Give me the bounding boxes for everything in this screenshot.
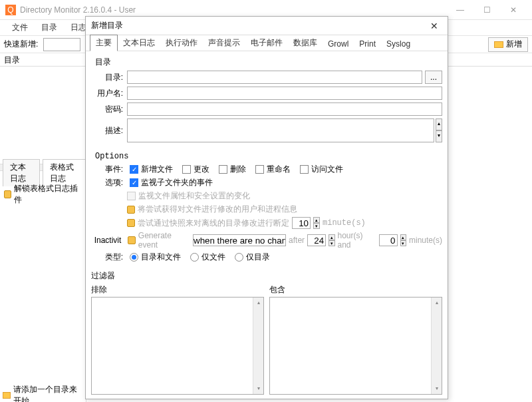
filter-include-label: 包含 [269,284,442,296]
tab-actions[interactable]: 执行动作 [160,35,203,51]
directory-list-pane: 目录 文本日志 表格式日志 解锁表格式日志插件 请添加一个目录来开始 [0,53,86,402]
app-logo-icon: Q [5,5,16,15]
lock-icon [127,219,135,227]
spin-down[interactable]: ▾ [400,240,406,246]
label-events: 事件: [91,164,123,175]
checkbox-access-label: 访问文件 [311,164,343,175]
dialog-title: 新增目录 [91,20,123,31]
lock-icon [127,206,135,214]
checkbox-attributes-label: 监视文件属性和安全设置的变化 [138,190,250,202]
snapshot-unit-label: minute(s) [323,218,366,228]
window-title: Directory Monitor 2.16.0.4 - User [20,5,136,15]
desc-spin-up[interactable]: ▴ [436,118,442,130]
inactivity-after-label: after [289,236,305,245]
minimize-button[interactable]: — [447,0,473,20]
checkbox-modify-label: 更改 [194,164,209,175]
label-directory: 目录: [91,72,123,83]
label-options: 选项: [91,177,123,188]
radio-dirs-and-files[interactable] [130,253,138,262]
unlock-plugin-label[interactable]: 解锁表格式日志插件 [14,183,82,206]
inactivity-event-input[interactable] [193,234,286,246]
snapshot-minutes-input[interactable] [292,217,311,229]
scroll-down[interactable]: ▾ [432,383,442,394]
radio-dirs-label: 仅目录 [246,252,270,263]
label-password: 密码: [91,104,123,115]
radio-files-label: 仅文件 [201,252,225,263]
description-input[interactable] [127,118,434,142]
inactivity-text1: Generate event [138,231,190,250]
option-user-process-label: 将尝试获得对文件进行修改的用户和进程信息 [138,204,297,215]
checkbox-delete[interactable] [219,165,227,174]
tab-growl[interactable]: Growl [323,37,354,51]
lock-icon [4,190,11,198]
filter-exclude-label: 排除 [91,284,264,296]
checkbox-rename[interactable] [255,165,264,174]
spin-down[interactable]: ▾ [313,223,320,229]
tab-text-log[interactable]: 文本日志 [3,159,40,186]
toolbar-add-label: 新增 [506,39,522,50]
browse-button[interactable]: ... [425,71,442,84]
option-snapshot-label: 尝试通过快照来对离线的目录修改进行断定 [138,218,289,229]
section-options: Options [91,152,442,161]
radio-files-only[interactable] [190,253,199,262]
checkbox-modify[interactable] [182,165,191,174]
add-directory-dialog: 新增目录 ✕ 主要 文本日志 执行动作 声音提示 电子邮件 数据库 Growl … [85,16,448,399]
tab-main[interactable]: 主要 [90,35,118,51]
password-input[interactable] [127,102,442,116]
quick-add-label: 快速新增: [4,39,38,50]
menu-file[interactable]: 文件 [5,21,35,35]
scroll-up[interactable]: ▴ [253,298,263,308]
filter-exclude-list[interactable]: ▴▾ [91,297,264,395]
dialog-tabs: 主要 文本日志 执行动作 声音提示 电子邮件 数据库 Growl Print S… [86,35,448,51]
tab-email[interactable]: 电子邮件 [245,35,288,51]
checkbox-rename-label: 重命名 [267,164,291,175]
folder-icon [494,41,503,48]
label-type: 类型: [91,252,123,263]
tab-syslog[interactable]: Syslog [381,37,416,51]
lock-icon [128,236,135,244]
quick-add-input[interactable] [43,38,80,51]
folder-icon [3,392,11,399]
radio-dirs-only[interactable] [235,253,243,262]
inactivity-mins-input[interactable] [379,234,398,246]
tab-text-log[interactable]: 文本日志 [118,35,160,51]
scroll-up[interactable]: ▴ [432,298,442,308]
hours-unit-label: hour(s) and [338,231,376,250]
filter-include-list[interactable]: ▴▾ [269,297,442,395]
close-button[interactable]: ✕ [500,0,527,20]
section-filter: 过滤器 [91,270,442,282]
checkbox-attributes [127,192,136,200]
tab-table-log[interactable]: 表格式日志 [43,159,86,186]
status-text: 请添加一个目录来开始 [13,384,83,402]
checkbox-new-file[interactable]: ✓ [130,165,138,174]
toolbar-add-button[interactable]: 新增 [488,37,528,52]
column-header-directory[interactable]: 目录 [0,53,86,67]
label-description: 描述: [91,125,123,136]
spin-up[interactable]: ▴ [400,234,406,240]
label-inactivity: Inactivit [91,236,121,245]
scroll-down[interactable]: ▾ [253,383,263,394]
section-directory: 目录 [91,57,442,68]
label-username: 用户名: [91,88,123,99]
tab-database[interactable]: 数据库 [288,35,323,51]
dialog-close-button[interactable]: ✕ [426,19,442,33]
maximize-button[interactable]: ☐ [473,0,500,20]
directory-input[interactable] [127,71,422,84]
username-input[interactable] [127,87,442,100]
checkbox-delete-label: 删除 [230,164,246,175]
checkbox-subfolder[interactable]: ✓ [130,178,138,187]
spin-down[interactable]: ▾ [329,240,334,246]
spin-up[interactable]: ▴ [329,234,334,240]
mins-unit-label: minute(s) [409,236,442,245]
inactivity-hours-input[interactable] [307,234,326,246]
tab-print[interactable]: Print [354,37,381,51]
tab-sound[interactable]: 声音提示 [203,35,245,51]
radio-both-label: 目录和文件 [141,252,181,263]
menu-directory[interactable]: 目录 [35,21,64,35]
checkbox-new-file-label: 新增文件 [141,164,173,175]
desc-spin-down[interactable]: ▾ [436,130,442,142]
checkbox-subfolder-label: 监视子文件夹的事件 [141,177,213,188]
checkbox-access[interactable] [300,165,309,174]
spin-up[interactable]: ▴ [313,217,320,223]
